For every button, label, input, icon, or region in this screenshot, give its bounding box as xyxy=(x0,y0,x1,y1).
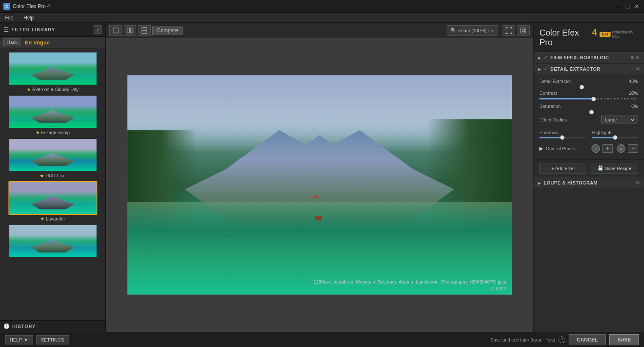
menu-help[interactable]: Help xyxy=(22,14,36,22)
loupe-section: ▶ LOUPE & HISTOGRAM ✕ xyxy=(533,177,644,188)
saturation-control: Saturation 6% xyxy=(539,104,638,109)
minimize-button[interactable]: — xyxy=(614,3,622,10)
detail-extractor-check-icon: ✓ xyxy=(544,66,548,72)
zoom-prev-button[interactable]: ‹ xyxy=(488,27,490,34)
control-point-remove-button[interactable]: − xyxy=(628,144,638,153)
effect-radius-row: Effect Radius Large Small Medium Extra L… xyxy=(539,116,638,124)
thumbnail-3[interactable] xyxy=(8,138,97,172)
image-area[interactable]: 1280px-Untersberg_Mountain_Salzburg_Aust… xyxy=(106,38,533,332)
left-sidebar: ☰ FILTER LIBRARY ↗ Back En Vogue ★ Even … xyxy=(0,23,106,332)
effect-radius-select[interactable]: Large Small Medium Extra Large xyxy=(601,116,638,124)
save-button[interactable]: SAVE xyxy=(609,334,639,345)
title-bar: C Color Efex Pro 4 — □ ✕ xyxy=(0,0,644,13)
bottom-bar: HELP ▼ SETTINGS Save and edit later (lar… xyxy=(0,332,644,347)
zoom-next-button[interactable]: › xyxy=(492,27,494,34)
help-button[interactable]: HELP ▼ xyxy=(5,335,33,344)
add-filter-button[interactable]: + Add Filter xyxy=(539,163,587,174)
collection-text: collection by Dxo xyxy=(612,30,638,39)
zoom-control: 🔍 Zoom (100%) ‹ › xyxy=(447,25,498,36)
app-name-text: Color Efex Pro xyxy=(539,28,590,47)
detail-extractor-close-button[interactable]: ✕ xyxy=(636,66,640,72)
fullscreen-button[interactable] xyxy=(517,25,530,36)
control-points-expand-icon: ▶ xyxy=(539,146,543,151)
control-point-add-circle[interactable]: ○ xyxy=(591,144,600,153)
detail-extractor-actions: ≡ ✕ xyxy=(631,66,640,72)
detail-extractor-expand-icon: ▶ xyxy=(538,67,541,72)
detail-extractor-content: Detail Extractor 43% Contrast 10% xyxy=(533,74,644,159)
highlights-slider[interactable] xyxy=(592,137,638,138)
app-name: Color Efex Pro 4 xyxy=(539,27,597,47)
contrast-value: 10% xyxy=(625,91,638,96)
split-view-v-button[interactable] xyxy=(138,25,151,36)
svg-rect-1 xyxy=(127,28,130,33)
help-circle-icon[interactable]: ? xyxy=(558,336,565,343)
contrast-slider[interactable] xyxy=(539,98,638,99)
list-item[interactable]: ★ Lavander xyxy=(3,181,102,222)
shadows-highlights-row: Shadows Highlights xyxy=(539,130,638,138)
thumbnail-5[interactable] xyxy=(8,224,97,258)
fit-button[interactable] xyxy=(503,25,515,36)
filter-library-header: ☰ FILTER LIBRARY ↗ xyxy=(0,23,105,37)
svg-rect-0 xyxy=(113,28,118,33)
single-view-button[interactable] xyxy=(109,25,122,36)
svg-rect-5 xyxy=(521,28,526,33)
zoom-icon: 🔍 xyxy=(451,28,456,33)
main-area: ☰ FILTER LIBRARY ↗ Back En Vogue ★ Even … xyxy=(0,23,644,332)
close-button[interactable]: ✕ xyxy=(633,3,641,10)
list-item[interactable]: ★ HDR Like xyxy=(3,138,102,179)
export-button[interactable]: ↗ xyxy=(94,25,102,34)
film-efex-menu-button[interactable]: ≡ xyxy=(631,55,634,61)
back-button[interactable]: Back xyxy=(3,39,21,46)
add-save-row: + Add Filter 💾 Save Recipe xyxy=(533,159,644,177)
film-efex-header[interactable]: ▶ ✓ FILM EFEX: NOSTALGIC ≡ ✕ xyxy=(533,52,644,63)
contrast-control: Contrast 10% xyxy=(539,91,638,96)
svg-rect-4 xyxy=(142,31,147,33)
control-points-label: Control Points xyxy=(546,146,589,151)
film-efex-close-button[interactable]: ✕ xyxy=(636,55,640,61)
detail-extractor-control: Detail Extractor 43% xyxy=(539,79,638,84)
thumbnails-list: ★ Even on a Cloudy Day ★ Foliage Bump ★ … xyxy=(0,48,105,320)
maximize-button[interactable]: □ xyxy=(624,3,631,10)
loupe-action-button[interactable]: ✕ xyxy=(636,180,640,186)
detail-extractor-menu-button[interactable]: ≡ xyxy=(631,66,634,72)
save-edit-text: Save and edit later (larger files) xyxy=(490,337,555,342)
highlights-group: Highlights xyxy=(592,130,638,138)
thumbnail-4-label: ★ Lavander xyxy=(40,216,65,222)
split-view-h-button[interactable] xyxy=(124,25,136,36)
thumbnail-2-label: ★ Foliage Bump xyxy=(36,130,70,135)
toolbar: Compare 🔍 Zoom (100%) ‹ › xyxy=(106,23,533,38)
control-point-add-button[interactable]: + xyxy=(603,144,613,153)
settings-button[interactable]: SETTINGS xyxy=(36,335,69,344)
menu-bar: File Help xyxy=(0,13,644,23)
svg-rect-3 xyxy=(142,28,147,30)
loupe-expand-icon: ▶ xyxy=(538,181,541,185)
cancel-button[interactable]: CANCEL xyxy=(569,334,606,345)
menu-icon[interactable]: ☰ xyxy=(3,26,9,33)
control-point-remove-circle[interactable]: ○ xyxy=(617,144,625,153)
shadows-slider[interactable] xyxy=(539,137,586,138)
compare-button[interactable]: Compare xyxy=(152,26,182,35)
thumbnail-1-label: ★ Even on a Cloudy Day xyxy=(27,87,79,92)
detail-extractor-header[interactable]: ▶ ✓ DETAIL EXTRACTOR ≡ ✕ xyxy=(533,63,644,74)
thumbnail-2[interactable] xyxy=(8,95,97,129)
detail-extractor-label: Detail Extractor xyxy=(539,79,621,84)
zoom-label: Zoom (100%) xyxy=(458,28,486,33)
list-item[interactable]: ★ Even on a Cloudy Day xyxy=(3,52,102,92)
filters-section: ▶ ✓ FILM EFEX: NOSTALGIC ≡ ✕ ▶ ✓ DETAIL … xyxy=(533,52,644,332)
thumbnail-4[interactable] xyxy=(8,181,97,215)
menu-file[interactable]: File xyxy=(3,14,15,22)
list-item[interactable]: ★ Foliage Bump xyxy=(3,95,102,135)
highlights-label: Highlights xyxy=(592,130,638,135)
saturation-label: Saturation xyxy=(539,104,621,109)
save-recipe-button[interactable]: 💾 Save Recipe xyxy=(591,163,638,174)
effect-radius-label: Effect Radius xyxy=(539,117,567,122)
history-footer: 🕐 HISTORY xyxy=(0,320,105,332)
thumbnail-1[interactable] xyxy=(8,52,97,85)
window-title: Color Efex Pro 4 xyxy=(13,3,612,9)
loupe-header[interactable]: ▶ LOUPE & HISTOGRAM ✕ xyxy=(533,177,644,188)
effect-radius-dropdown[interactable]: Large Small Medium Extra Large xyxy=(603,117,636,123)
film-efex-name: FILM EFEX: NOSTALGIC xyxy=(550,55,628,60)
history-title: HISTORY xyxy=(12,324,36,329)
list-item[interactable] xyxy=(3,224,102,259)
center-canvas: Compare 🔍 Zoom (100%) ‹ › xyxy=(106,23,533,332)
